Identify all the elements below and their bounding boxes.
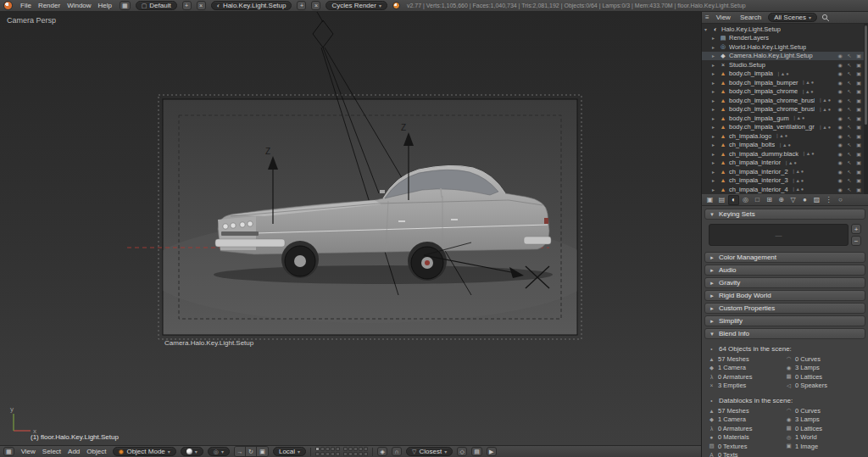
visibility-toggle[interactable]: ◉: [837, 106, 843, 112]
keying-sets-list[interactable]: —: [709, 224, 849, 246]
snap-target-icon[interactable]: ◇: [457, 447, 467, 456]
panel-header-keying-sets[interactable]: ▼Keying Sets: [704, 209, 865, 220]
add-screen-button[interactable]: +: [182, 1, 192, 10]
render-toggle[interactable]: ▣: [855, 124, 862, 130]
render-toggle[interactable]: ▣: [855, 70, 862, 76]
outliner-item[interactable]: ▸▲ch_impala_bolts∣▲●◉↖▣: [702, 141, 864, 150]
outliner-item[interactable]: ▸▲body.ch_impala_ventilation_grills∣▲●◉↖…: [702, 123, 864, 132]
layer-19[interactable]: [359, 452, 363, 456]
add-scene-button[interactable]: +: [297, 1, 306, 10]
layer-17[interactable]: [348, 452, 353, 456]
snap-element-selector[interactable]: ▽ Closest ▾: [406, 447, 453, 456]
outliner-item[interactable]: ▸◎World.Halo.Key.Light.Setup: [702, 42, 864, 52]
tab-object-data[interactable]: ▽: [787, 195, 798, 205]
layer-7[interactable]: [320, 452, 325, 456]
selectability-toggle[interactable]: ↖: [846, 88, 853, 94]
selectability-toggle[interactable]: ↖: [846, 177, 853, 183]
selectability-toggle[interactable]: ↖: [846, 124, 853, 130]
outliner-item[interactable]: ▸▲body.ch_impala_gum∣▲●◉↖▣: [702, 114, 864, 123]
selectability-toggle[interactable]: ↖: [846, 80, 853, 86]
layer-9[interactable]: [331, 452, 335, 456]
tab-constraints[interactable]: ⊞: [764, 195, 775, 205]
render-toggle[interactable]: ▣: [855, 98, 862, 103]
layer-15[interactable]: [364, 447, 368, 451]
tab-object[interactable]: □: [752, 195, 763, 205]
layer-11[interactable]: [343, 447, 348, 451]
outliner-view-menu[interactable]: View: [714, 14, 733, 21]
delete-scene-button[interactable]: ×: [311, 1, 320, 10]
expand-icon[interactable]: ▸: [712, 53, 717, 59]
render-toggle[interactable]: ▣: [855, 151, 862, 157]
outliner-item[interactable]: ▸▲body.ch_impala_chrome_brushed_misc∣▲●◉…: [702, 105, 864, 114]
outliner-scrollbar[interactable]: [864, 24, 868, 194]
selectability-toggle[interactable]: ↖: [846, 159, 853, 165]
tab-material[interactable]: ●: [799, 195, 810, 205]
selectability-toggle[interactable]: ↖: [846, 142, 853, 148]
expand-icon[interactable]: ▸: [712, 44, 717, 50]
opengl-anim-button[interactable]: ▶: [487, 447, 497, 456]
viewport-canvas[interactable]: Z Z x y: [0, 12, 701, 445]
tab-render[interactable]: ▣: [704, 195, 715, 205]
search-icon[interactable]: [821, 14, 830, 22]
orientation-selector[interactable]: Local ▾: [273, 447, 306, 456]
tab-particles[interactable]: ⋮: [823, 195, 834, 205]
expand-icon[interactable]: ▸: [712, 35, 717, 41]
editor-type-icon[interactable]: ▦: [120, 1, 131, 10]
layer-13[interactable]: [353, 447, 358, 451]
layer-1[interactable]: [315, 447, 320, 451]
layer-5[interactable]: [336, 447, 340, 451]
expand-icon[interactable]: ▸: [712, 159, 717, 165]
opengl-render-button[interactable]: ▤: [471, 447, 482, 456]
render-toggle[interactable]: ▣: [855, 88, 862, 94]
expand-icon[interactable]: ▸: [712, 169, 717, 175]
selectability-toggle[interactable]: ↖: [846, 187, 853, 192]
scale-manipulator-button[interactable]: ▣: [257, 447, 268, 456]
outliner-item[interactable]: ▾◐Halo.Key.Light.Setup: [702, 25, 864, 34]
expand-icon[interactable]: ▸: [712, 142, 717, 148]
outliner-item[interactable]: ▸▲ch_impala_interior∣▲●◉↖▣: [702, 159, 864, 168]
selectability-toggle[interactable]: ↖: [846, 133, 853, 139]
tab-world[interactable]: ◎: [740, 195, 751, 205]
render-toggle[interactable]: ▣: [855, 106, 862, 112]
outliner-item[interactable]: ▸×Studio.Setup◉↖▣: [702, 60, 864, 70]
visibility-toggle[interactable]: ◉: [837, 159, 843, 165]
render-toggle[interactable]: ▣: [855, 133, 862, 139]
outliner-item[interactable]: ▸▲ch_impala.logo∣▲●◉↖▣: [702, 131, 864, 141]
panel-header-blend-info[interactable]: ▼Blend Info: [704, 328, 865, 339]
layers-widget[interactable]: [315, 447, 368, 456]
visibility-toggle[interactable]: ◉: [837, 142, 843, 148]
visibility-toggle[interactable]: ◉: [837, 80, 843, 86]
menu-view[interactable]: View: [19, 448, 38, 455]
render-toggle[interactable]: ▣: [855, 62, 862, 68]
expand-icon[interactable]: ▸: [712, 88, 717, 94]
outliner-item[interactable]: ▸▲body.ch_impala_bumper∣▲●◉↖▣: [702, 78, 864, 87]
render-toggle[interactable]: ▣: [855, 80, 862, 86]
expand-icon[interactable]: ▸: [712, 124, 717, 130]
panel-header-gravity[interactable]: ►Gravity: [704, 277, 865, 288]
menu-object[interactable]: Object: [84, 448, 108, 455]
render-toggle[interactable]: ▣: [855, 115, 862, 121]
expand-icon[interactable]: ▸: [712, 133, 717, 139]
outliner-item[interactable]: ▸◆Camera.Halo.Key.Light.Setup◉↖▣: [702, 52, 864, 61]
outliner-item[interactable]: ▸▤RenderLayers: [702, 34, 864, 43]
menu-select[interactable]: Select: [40, 448, 64, 455]
menu-help[interactable]: Help: [96, 2, 114, 9]
expand-icon[interactable]: ▸: [712, 98, 717, 103]
expand-icon[interactable]: ▸: [712, 80, 717, 86]
visibility-toggle[interactable]: ◉: [837, 53, 843, 59]
visibility-toggle[interactable]: ◉: [837, 88, 843, 94]
visibility-toggle[interactable]: ◉: [837, 177, 843, 183]
menu-window[interactable]: Window: [64, 2, 93, 9]
panel-header-custom-properties[interactable]: ►Custom Properties: [704, 303, 865, 314]
panel-header-rigid-body-world[interactable]: ►Rigid Body World: [704, 290, 865, 301]
outliner-display-mode[interactable]: All Scenes ▾: [768, 13, 817, 22]
selectability-toggle[interactable]: ↖: [846, 70, 853, 76]
panel-header-simplify[interactable]: ►Simplify: [704, 315, 865, 326]
viewport-shading-selector[interactable]: ▾: [181, 447, 203, 456]
pivot-point-selector[interactable]: ◎ ▾: [208, 447, 230, 456]
render-toggle[interactable]: ▣: [855, 142, 862, 148]
layer-18[interactable]: [353, 452, 358, 456]
selectability-toggle[interactable]: ↖: [846, 106, 853, 112]
editor-type-icon[interactable]: ▦: [3, 447, 14, 456]
visibility-toggle[interactable]: ◉: [837, 124, 843, 130]
